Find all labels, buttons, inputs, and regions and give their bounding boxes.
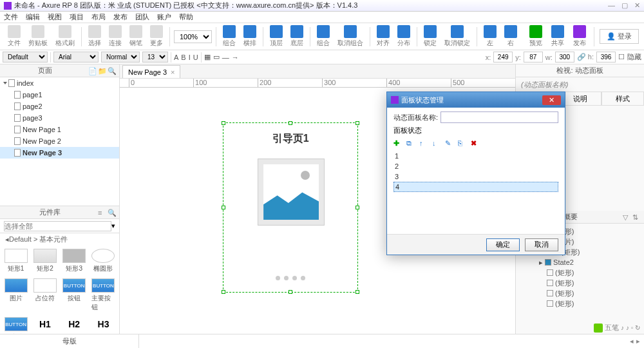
- menu-account[interactable]: 账户: [157, 12, 171, 22]
- tool-share[interactable]: 共享: [549, 25, 567, 48]
- widget-item[interactable]: 矩形3: [61, 247, 88, 275]
- outline-row[interactable]: ▸State2: [521, 257, 639, 267]
- weight-select[interactable]: Normal: [101, 52, 140, 63]
- minimize-icon[interactable]: —: [608, 1, 615, 10]
- lib-add-icon[interactable]: ≡: [98, 209, 106, 217]
- fill-icon[interactable]: ▦: [204, 53, 211, 61]
- state-item-selected[interactable]: 4: [393, 182, 558, 192]
- widget-item[interactable]: 占位符: [32, 277, 58, 313]
- arrow-icon[interactable]: →: [232, 53, 239, 61]
- outline-row[interactable]: (矩形): [521, 288, 639, 298]
- widget-item[interactable]: H1一级标题: [32, 316, 58, 334]
- tool-file[interactable]: 文件: [5, 25, 23, 48]
- maximize-icon[interactable]: ▢: [621, 1, 628, 10]
- filter-icon[interactable]: ▽: [623, 213, 630, 221]
- menu-help[interactable]: 帮助: [179, 12, 193, 22]
- tool-format[interactable]: 格式刷: [53, 25, 77, 48]
- close-icon[interactable]: ✕: [634, 1, 640, 10]
- delete-state-icon[interactable]: ✖: [471, 139, 478, 147]
- copy-icon[interactable]: ⎘: [458, 139, 466, 147]
- up-icon[interactable]: ↑: [419, 139, 427, 147]
- widget-item[interactable]: 椭圆形: [90, 247, 117, 275]
- add-state-icon[interactable]: ✚: [393, 139, 401, 147]
- tab-style[interactable]: 样式: [601, 92, 644, 106]
- hide-checkbox[interactable]: ☐: [618, 53, 625, 61]
- tree-row[interactable]: page1: [0, 89, 119, 101]
- italic-icon[interactable]: I: [189, 53, 191, 61]
- state-item[interactable]: 1: [393, 151, 558, 161]
- widget-item[interactable]: BUTTON主要按钮: [90, 277, 117, 313]
- tool-g10[interactable]: 左: [481, 25, 499, 48]
- x-input[interactable]: [493, 52, 513, 63]
- search-icon[interactable]: 🔍: [108, 67, 115, 75]
- duplicate-icon[interactable]: ⧉: [406, 139, 414, 147]
- tool-g1[interactable]: 横排: [241, 25, 259, 48]
- select-all-input[interactable]: [4, 221, 111, 231]
- tool-g3[interactable]: 底层: [288, 25, 306, 48]
- font-select[interactable]: Arial: [53, 52, 99, 63]
- tool-more[interactable]: 更多: [147, 25, 166, 48]
- login-button[interactable]: 👤 登录: [600, 29, 639, 44]
- lib-search-icon[interactable]: 🔍: [108, 209, 115, 217]
- menu-publish[interactable]: 发布: [113, 12, 128, 22]
- w-input[interactable]: [555, 52, 574, 63]
- tree-row[interactable]: New Page 1: [0, 124, 119, 135]
- ok-button[interactable]: 确定: [486, 238, 520, 251]
- menu-layout[interactable]: 布局: [91, 12, 106, 22]
- tool-g8[interactable]: 锁定: [421, 25, 439, 48]
- tab-close-icon[interactable]: ×: [171, 68, 175, 76]
- image-placeholder[interactable]: [258, 159, 325, 226]
- widget-item[interactable]: 图片: [3, 277, 29, 313]
- library-breadcrumb[interactable]: ◂ Default > 基本元件: [0, 233, 119, 245]
- y-input[interactable]: [524, 52, 543, 63]
- file-tab[interactable]: New Page 3×: [122, 65, 180, 78]
- tree-row[interactable]: page2: [0, 101, 119, 112]
- widget-item[interactable]: 矩形2: [32, 247, 58, 275]
- widget-item[interactable]: BUTTON按钮: [61, 277, 88, 313]
- menu-view[interactable]: 视图: [48, 12, 62, 22]
- tool-clipboard[interactable]: 剪贴板: [26, 25, 50, 48]
- menu-edit[interactable]: 编辑: [26, 12, 40, 22]
- tree-row-index[interactable]: index: [0, 77, 119, 89]
- state-item[interactable]: 2: [393, 161, 558, 171]
- tool-g7[interactable]: 分布: [395, 25, 413, 48]
- size-select[interactable]: 13: [142, 52, 168, 63]
- cancel-button[interactable]: 取消: [525, 238, 558, 251]
- menu-file[interactable]: 文件: [4, 12, 18, 22]
- dialog-titlebar[interactable]: 面板状态管理 ✕: [387, 92, 565, 108]
- tool-g6[interactable]: 对齐: [374, 25, 392, 48]
- edit-icon[interactable]: ✎: [445, 139, 453, 147]
- tool-g11[interactable]: 右: [502, 25, 520, 48]
- tool-connect[interactable]: 连接: [106, 25, 124, 48]
- menu-team[interactable]: 团队: [135, 12, 149, 22]
- dynamic-panel-selection[interactable]: 引导页1: [223, 122, 358, 293]
- state-item[interactable]: 3: [393, 171, 558, 182]
- tree-row[interactable]: New Page 2: [0, 135, 119, 147]
- widget-item[interactable]: H3三级标题: [90, 316, 117, 334]
- tool-publish[interactable]: 发布: [571, 25, 589, 48]
- tool-preview[interactable]: 预览: [527, 25, 545, 48]
- widget-item[interactable]: H2二级标题: [61, 316, 88, 334]
- underline-icon[interactable]: U: [193, 53, 198, 61]
- tool-g0[interactable]: 组合: [220, 25, 238, 48]
- outline-row[interactable]: (矩形): [521, 267, 639, 278]
- line-icon[interactable]: —: [222, 53, 229, 61]
- style-select[interactable]: Default: [3, 52, 48, 63]
- panel-name-field[interactable]: (动态面板名称): [516, 77, 644, 92]
- menu-project[interactable]: 项目: [70, 12, 84, 22]
- tree-row[interactable]: page3: [0, 112, 119, 124]
- tool-g4[interactable]: 组合: [314, 25, 332, 48]
- zoom-select[interactable]: 100%: [174, 30, 212, 43]
- outline-row[interactable]: (矩形): [521, 298, 639, 309]
- bold-icon[interactable]: B: [181, 53, 185, 61]
- add-folder-icon[interactable]: 📁: [98, 67, 106, 75]
- sort-icon[interactable]: ⇅: [632, 213, 640, 221]
- outline-row[interactable]: (矩形): [521, 278, 639, 288]
- widget-item[interactable]: 矩形1: [3, 247, 29, 275]
- tool-pen[interactable]: 钢笔: [127, 25, 145, 48]
- panel-name-input[interactable]: [440, 111, 558, 123]
- tree-row-selected[interactable]: New Page 3: [0, 147, 119, 159]
- border-icon[interactable]: ▭: [213, 53, 220, 61]
- add-page-icon[interactable]: 📄: [88, 67, 96, 75]
- tool-g9[interactable]: 取消锁定: [442, 25, 473, 48]
